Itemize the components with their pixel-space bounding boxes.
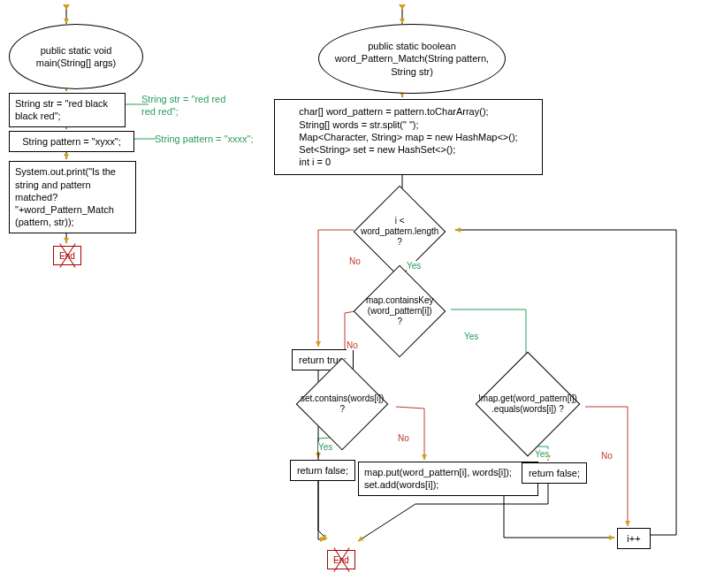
return-false2-text: return false; — [529, 467, 580, 479]
str-decl-text: String str = "red black black red"; — [15, 97, 119, 123]
cond4-no: No — [601, 451, 613, 461]
return-false-left: return false; — [290, 460, 355, 481]
print-call: System.out.print("Is the string and patt… — [9, 161, 136, 233]
cond1-yes: Yes — [407, 261, 421, 271]
init-block: char[] word_pattern = pattern.toCharArra… — [274, 99, 543, 175]
right-end-text: End — [333, 554, 349, 566]
cond4-yes: Yes — [535, 449, 549, 459]
start-arrow-left — [63, 4, 70, 10]
match-method-text: public static boolean word_Pattern_Match… — [328, 40, 496, 78]
pattern-decl-text: String pattern = "xyxx"; — [22, 135, 120, 148]
right-end: End — [327, 550, 355, 569]
cond-equals: !map.get(word_pattern[i]) .equals(words[… — [491, 367, 565, 441]
note-pattern: String pattern = "xxxx"; — [155, 133, 253, 145]
left-end: End — [53, 246, 81, 265]
print-call-text: System.out.print("Is the string and patt… — [15, 165, 130, 228]
left-end-text: End — [59, 250, 75, 262]
cond3-yes: Yes — [318, 442, 332, 452]
return-false-right: return false; — [522, 462, 587, 484]
return-false1-text: return false; — [297, 464, 348, 477]
cond1-no: No — [349, 256, 361, 266]
note-str: String str = "red red red red"; — [141, 93, 239, 118]
str-declaration: String str = "red black black red"; — [9, 93, 126, 127]
cond-length: i < word_pattern.length ? — [367, 199, 432, 264]
increment: i++ — [617, 528, 651, 549]
put-text: map.put(word_pattern[i], words[i]); set.… — [364, 466, 532, 492]
pattern-declaration: String pattern = "xyxx"; — [9, 131, 134, 152]
flowchart-connections — [0, 0, 701, 588]
main-method-text: public static void main(String[] args) — [19, 44, 133, 70]
cond3-no: No — [398, 433, 409, 443]
map-put-block: map.put(word_pattern[i], words[i]); set.… — [358, 462, 538, 496]
main-method-start: public static void main(String[] args) — [9, 24, 143, 89]
cond2-no: No — [347, 340, 358, 350]
init-block-text: char[] word_pattern = pattern.toCharArra… — [299, 105, 517, 168]
inc-text: i++ — [627, 532, 640, 545]
cond-containskey: map.containsKey (word_pattern[i]) ? — [367, 279, 432, 344]
match-method-start: public static boolean word_Pattern_Match… — [318, 24, 506, 94]
cond2-yes: Yes — [464, 332, 478, 341]
cond-set-contains: set.contains(words[i]) ? — [309, 371, 375, 437]
start-arrow-right — [399, 4, 406, 10]
